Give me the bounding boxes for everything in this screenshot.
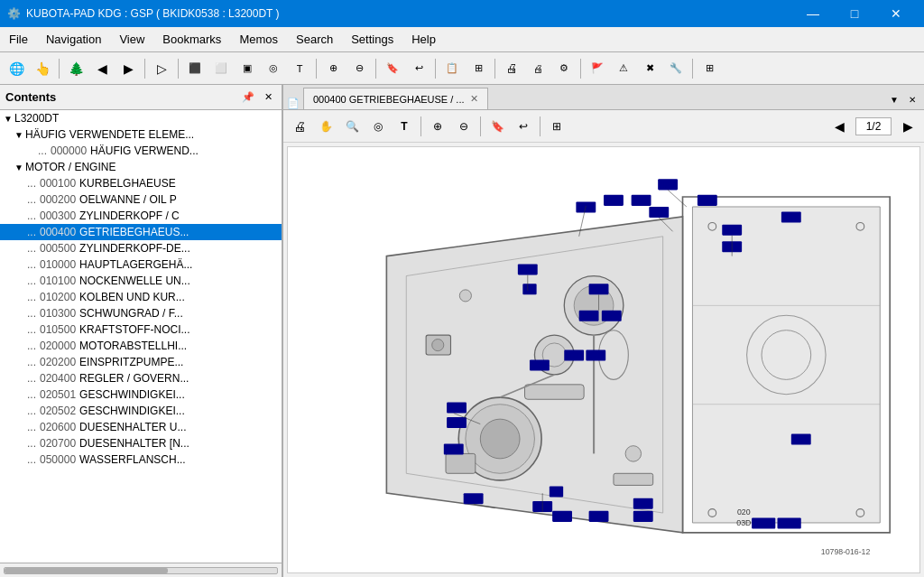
code-010200: 010200 [40, 291, 76, 303]
content-btn-zoom-out[interactable]: ⊖ [451, 114, 476, 139]
tree-area[interactable]: ▼ L3200DT ▼ HÄUFIG VERWENDETE ELEME... .… [0, 110, 282, 563]
title-bar-content: ⚙️ KUBOTA-PAD KDG : GSP ( BKIDK0538 : L3… [7, 7, 280, 20]
content-btn-zoom-in[interactable]: ⊕ [425, 114, 450, 139]
toolbar-cursor[interactable]: 👆 [30, 56, 55, 81]
content-btn-hand[interactable]: ✋ [313, 114, 338, 139]
toolbar-btn-b[interactable]: ⬜ [208, 56, 234, 81]
toolbar-btn-k[interactable]: ⊞ [466, 56, 491, 81]
tree-item-haeufig[interactable]: ▼ HÄUFIG VERWENDETE ELEME... [0, 126, 282, 143]
menu-settings[interactable]: Settings [342, 27, 402, 51]
page-display: 1/2 [855, 117, 892, 135]
toolbar-nav-right[interactable]: ▷ [149, 56, 174, 81]
sidebar-pin-button[interactable]: 📌 [240, 89, 256, 106]
content-sep2 [480, 116, 481, 136]
nav-next-button[interactable]: ▶ [895, 114, 920, 139]
tree-item-motor[interactable]: ▼ MOTOR / ENGINE [0, 159, 282, 175]
tree-item-000500[interactable]: ... 000500 ZYLINDERKOPF-DE... [0, 240, 282, 256]
sep3 [178, 59, 179, 79]
toolbar-warn[interactable]: ⚠ [611, 56, 636, 81]
tree-item-000200[interactable]: ... 000200 OELWANNE / OIL P [0, 191, 282, 208]
close-button[interactable]: ✕ [875, 0, 917, 27]
dots-020200: ... [27, 356, 36, 368]
code-020502: 020502 [40, 405, 76, 417]
toolbar-wrench[interactable]: 🔧 [663, 56, 688, 81]
toolbar-btn-f[interactable]: ⊕ [320, 56, 346, 81]
menu-file[interactable]: File [0, 27, 37, 51]
tree-item-root[interactable]: ▼ L3200DT [0, 110, 282, 126]
h-scrollbar-track[interactable] [4, 567, 278, 574]
tree-item-020501[interactable]: ... 020501 GESCHWINDIGKEI... [0, 386, 282, 403]
dots-000200: ... [27, 193, 36, 206]
content-btn-search[interactable]: 🔍 [339, 114, 365, 139]
tree-item-020502[interactable]: ... 020502 GESCHWINDIGKEI... [0, 403, 282, 419]
sep9 [692, 59, 693, 79]
toolbar-btn-j[interactable]: 📋 [439, 56, 465, 81]
tab-dropdown-button[interactable]: ▼ [886, 91, 902, 107]
toolbar-globe[interactable]: 🌐 [4, 56, 29, 81]
toolbar-btn-c[interactable]: ▣ [235, 56, 260, 81]
content-btn-text[interactable]: T [392, 114, 417, 139]
tree-item-010200[interactable]: ... 010200 KOLBEN UND KUR... [0, 289, 282, 305]
content-btn-bookmark[interactable]: 🔖 [485, 114, 510, 139]
svg-text:220: 220 [581, 312, 596, 321]
tree-item-010100[interactable]: ... 010100 NOCKENWELLE UN... [0, 273, 282, 289]
dots-020400: ... [27, 372, 36, 385]
toolbar-btn-a[interactable]: ⬛ [182, 56, 208, 81]
tree-item-000100[interactable]: ... 000100 KURBELGHAEUSE [0, 175, 282, 191]
nav-prev-button[interactable]: ◀ [827, 114, 852, 139]
toolbar-flag[interactable]: 🚩 [585, 56, 610, 81]
svg-text:270: 270 [784, 212, 799, 222]
window-title: KUBOTA-PAD KDG : GSP ( BKIDK0538 : L3200… [26, 7, 280, 20]
toolbar-settings[interactable]: ⚙ [551, 56, 577, 81]
svg-text:125: 125 [521, 265, 536, 275]
menu-search[interactable]: Search [287, 27, 342, 51]
content-btn-print[interactable]: 🖨 [287, 114, 312, 139]
tree-item-020200[interactable]: ... 020200 EINSPRITZPUMPE... [0, 354, 282, 370]
tree-item-010000[interactable]: ... 010000 HAUPTLAGERGEHÄ... [0, 256, 282, 273]
tree-item-050000[interactable]: ... 050000 WASSERFLANSCH... [0, 451, 282, 468]
tree-item-010500[interactable]: ... 010500 KRAFTSTOFF-NOCI... [0, 321, 282, 338]
tree-item-010300[interactable]: ... 010300 SCHWUNGRAD / F... [0, 305, 282, 321]
tree-item-000000[interactable]: ... 000000 HÄUFIG VERWEND... [0, 143, 282, 159]
tree-item-000400[interactable]: ... 000400 GETRIEBEGHAEUS... [0, 224, 282, 240]
tree-item-020600[interactable]: ... 020600 DUESENHALTER U... [0, 419, 282, 435]
h-scrollbar-thumb[interactable] [5, 568, 168, 573]
toolbar-x[interactable]: ✖ [637, 56, 662, 81]
dots-000300: ... [27, 209, 36, 222]
tree-item-000300[interactable]: ... 000300 ZYLINDERKOPF / C [0, 208, 282, 224]
toolbar-btn-i[interactable]: ↩ [406, 56, 431, 81]
content-tab-active[interactable]: 000400 GETRIEBEGHAEUSE / ... ✕ [303, 88, 488, 109]
minimize-button[interactable]: — [792, 0, 834, 27]
sidebar-scrollbar[interactable] [0, 563, 282, 577]
menu-bookmarks[interactable]: Bookmarks [153, 27, 230, 51]
toolbar-btn-e[interactable]: T [287, 56, 312, 81]
toolbar-btn-g[interactable]: ⊖ [346, 56, 372, 81]
toolbar-btn-h[interactable]: 🔖 [380, 56, 405, 81]
menu-view[interactable]: View [110, 27, 153, 51]
tree-item-020000[interactable]: ... 020000 MOTORABSTELLHI... [0, 338, 282, 354]
menu-memos[interactable]: Memos [230, 27, 287, 51]
svg-text:320: 320 [588, 350, 604, 360]
tree-item-020400[interactable]: ... 020400 REGLER / GOVERN... [0, 370, 282, 386]
content-btn-back[interactable]: ↩ [511, 114, 536, 139]
sep2 [144, 59, 145, 79]
tree-item-020700[interactable]: ... 020700 DUESENHALTER [N... [0, 435, 282, 451]
toolbar-nav-fwd[interactable]: ▶ [116, 56, 141, 81]
maximize-button[interactable]: □ [834, 0, 875, 27]
toolbar-grid[interactable]: ⊞ [697, 56, 722, 81]
toolbar-btn-d[interactable]: ◎ [261, 56, 286, 81]
main-toolbar: 🌐 👆 🌲 ◀ ▶ ▷ ⬛ ⬜ ▣ ◎ T ⊕ ⊖ 🔖 ↩ 📋 ⊞ 🖨 🖨 ⚙ … [0, 52, 924, 85]
content-btn-table[interactable]: ⊞ [544, 114, 569, 139]
tab-close-all-button[interactable]: ✕ [904, 91, 920, 107]
svg-text:240: 240 [605, 312, 620, 321]
sidebar-close-button[interactable]: ✕ [260, 89, 276, 106]
tab-close-button[interactable]: ✕ [470, 93, 478, 105]
content-btn-circle[interactable]: ◎ [365, 114, 391, 139]
menu-navigation[interactable]: Navigation [37, 27, 110, 51]
title-bar: ⚙️ KUBOTA-PAD KDG : GSP ( BKIDK0538 : L3… [0, 0, 924, 27]
toolbar-print[interactable]: 🖨 [499, 56, 524, 81]
menu-help[interactable]: Help [402, 27, 445, 51]
toolbar-print2[interactable]: 🖨 [525, 56, 550, 81]
toolbar-tree[interactable]: 🌲 [63, 56, 88, 81]
toolbar-nav-back[interactable]: ◀ [89, 56, 115, 81]
